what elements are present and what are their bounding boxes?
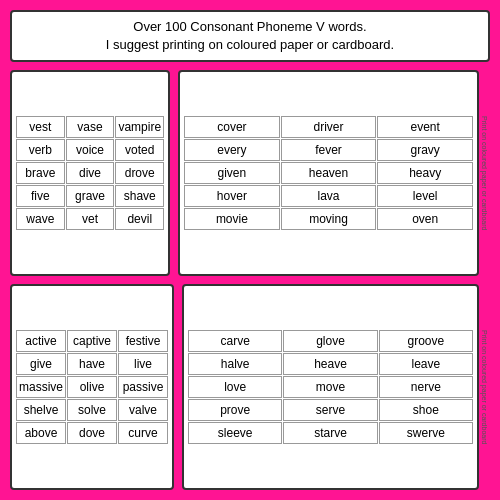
word-cell: active [16,330,66,352]
word-cell: vampire [115,116,164,138]
word-cell: festive [118,330,168,352]
word-cell: dive [66,162,115,184]
word-cell: prove [188,399,282,421]
word-cell: fever [281,139,377,161]
word-cell: dove [67,422,117,444]
word-cell: massive [16,376,66,398]
word-cell: lava [281,185,377,207]
word-cell: voice [66,139,115,161]
word-cell: oven [377,208,473,230]
word-cell: every [184,139,280,161]
word-cell: swerve [379,422,473,444]
side-text-bottom: Print on coloured paper or cardboard [479,284,490,490]
word-cell: vest [16,116,65,138]
word-cell: devil [115,208,164,230]
top-right-card: coverdrivereventeveryfevergravygivenheav… [178,70,479,276]
word-cell: glove [283,330,377,352]
word-cell: give [16,353,66,375]
word-cell: olive [67,376,117,398]
word-cell: cover [184,116,280,138]
top-row: vestvasevampireverbvoicevotedbravedivedr… [10,70,490,276]
word-cell: movie [184,208,280,230]
word-cell: leave [379,353,473,375]
side-text-top: Print on coloured paper or cardboard [479,70,490,276]
word-cell: vet [66,208,115,230]
word-cell: given [184,162,280,184]
word-cell: curve [118,422,168,444]
word-cell: have [67,353,117,375]
word-cell: grave [66,185,115,207]
bottom-left-card: activecaptivefestivegivehavelivemassiveo… [10,284,174,490]
word-cell: heaven [281,162,377,184]
header-line1: Over 100 Consonant Phoneme V words. [22,18,478,36]
word-cell: shelve [16,399,66,421]
word-cell: sleeve [188,422,282,444]
page: Over 100 Consonant Phoneme V words. I su… [0,0,500,500]
top-left-card: vestvasevampireverbvoicevotedbravedivedr… [10,70,170,276]
word-cell: nerve [379,376,473,398]
bottom-left-grid: activecaptivefestivegivehavelivemassiveo… [16,330,168,444]
word-cell: heavy [377,162,473,184]
word-cell: serve [283,399,377,421]
word-cell: valve [118,399,168,421]
bottom-right-grid: carveglovegroovehalveheaveleavelovemoven… [188,330,473,444]
header-line2: I suggest printing on coloured paper or … [22,36,478,54]
word-cell: heave [283,353,377,375]
word-cell: five [16,185,65,207]
word-cell: halve [188,353,282,375]
word-cell: level [377,185,473,207]
word-cell: moving [281,208,377,230]
word-cell: gravy [377,139,473,161]
word-cell: event [377,116,473,138]
bottom-row: activecaptivefestivegivehavelivemassiveo… [10,284,490,490]
word-cell: verb [16,139,65,161]
word-cell: above [16,422,66,444]
word-cell: love [188,376,282,398]
word-cell: vase [66,116,115,138]
word-cell: captive [67,330,117,352]
bottom-right-card: carveglovegroovehalveheaveleavelovemoven… [182,284,479,490]
word-cell: passive [118,376,168,398]
word-cell: starve [283,422,377,444]
word-cell: brave [16,162,65,184]
word-cell: solve [67,399,117,421]
header-box: Over 100 Consonant Phoneme V words. I su… [10,10,490,62]
word-cell: shoe [379,399,473,421]
word-cell: drove [115,162,164,184]
word-cell: carve [188,330,282,352]
word-cell: hover [184,185,280,207]
word-cell: voted [115,139,164,161]
word-cell: wave [16,208,65,230]
word-cell: driver [281,116,377,138]
word-cell: move [283,376,377,398]
word-cell: live [118,353,168,375]
bottom-right-wrapper: carveglovegroovehalveheaveleavelovemoven… [182,284,490,490]
top-right-grid: coverdrivereventeveryfevergravygivenheav… [184,116,473,230]
main-content: vestvasevampireverbvoicevotedbravedivedr… [10,70,490,490]
word-cell: shave [115,185,164,207]
word-cell: groove [379,330,473,352]
top-right-wrapper: coverdrivereventeveryfevergravygivenheav… [178,70,490,276]
top-left-grid: vestvasevampireverbvoicevotedbravedivedr… [16,116,164,230]
